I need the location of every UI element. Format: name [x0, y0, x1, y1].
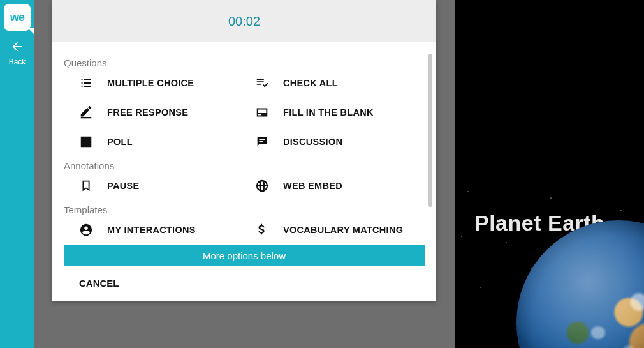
- poll-icon: [79, 135, 93, 149]
- templates-grid: MY INTERACTIONS VOCABULARY MATCHING: [64, 223, 425, 237]
- option-label: FREE RESPONSE: [107, 107, 188, 117]
- cancel-button[interactable]: CANCEL: [79, 278, 119, 289]
- option-label: FILL IN THE BLANK: [283, 107, 374, 117]
- annotations-grid: PAUSE WEB EMBED: [64, 179, 425, 193]
- app-logo-text: we: [10, 11, 24, 24]
- timestamp: 00:02: [228, 14, 260, 29]
- option-label: MULTIPLE CHOICE: [107, 78, 194, 88]
- option-label: VOCABULARY MATCHING: [283, 225, 403, 235]
- dialog-header: 00:02: [52, 0, 436, 42]
- video-preview: Planet Earth: [455, 0, 644, 348]
- option-vocabulary-matching[interactable]: VOCABULARY MATCHING: [255, 223, 425, 237]
- edit-icon: [79, 105, 93, 119]
- option-discussion[interactable]: DISCUSSION: [255, 135, 425, 149]
- chat-icon: [255, 135, 269, 149]
- more-options-label: More options below: [203, 250, 286, 261]
- scrollbar[interactable]: [428, 54, 432, 207]
- option-pause[interactable]: PAUSE: [79, 179, 249, 193]
- logo-corner-decoration: [28, 28, 34, 34]
- option-label: WEB EMBED: [283, 181, 342, 191]
- left-sidebar: we Back: [0, 0, 34, 348]
- person-icon: [79, 223, 93, 237]
- option-fill-blank[interactable]: FILL IN THE BLANK: [255, 105, 425, 119]
- form-icon: [255, 105, 269, 119]
- back-button[interactable]: Back: [9, 40, 26, 66]
- section-label-annotations: Annotations: [64, 160, 425, 171]
- option-label: MY INTERACTIONS: [107, 225, 196, 235]
- option-web-embed[interactable]: WEB EMBED: [255, 179, 425, 193]
- checklist-icon: [255, 76, 269, 90]
- dollar-icon: [255, 223, 269, 237]
- option-label: PAUSE: [107, 181, 139, 191]
- option-label: CHECK ALL: [283, 78, 338, 88]
- bookmark-icon: [79, 179, 93, 193]
- section-label-questions: Questions: [64, 57, 425, 68]
- dialog-footer: CANCEL: [64, 266, 425, 301]
- editor-stage: 00:02 Questions MULTIPLE CHOICE CHECK AL…: [34, 0, 455, 348]
- globe-icon: [255, 179, 269, 193]
- dialog-body: Questions MULTIPLE CHOICE CHECK ALL: [52, 42, 436, 301]
- app-logo: we: [4, 4, 31, 31]
- option-multiple-choice[interactable]: MULTIPLE CHOICE: [79, 76, 249, 90]
- option-label: DISCUSSION: [283, 137, 342, 147]
- section-label-templates: Templates: [64, 204, 425, 215]
- back-label: Back: [9, 57, 26, 66]
- option-my-interactions[interactable]: MY INTERACTIONS: [79, 223, 249, 237]
- option-poll[interactable]: POLL: [79, 135, 249, 149]
- list-icon: [79, 76, 93, 90]
- more-options-button[interactable]: More options below: [64, 245, 425, 266]
- interaction-picker-dialog: 00:02 Questions MULTIPLE CHOICE CHECK AL…: [52, 0, 436, 301]
- questions-grid: MULTIPLE CHOICE CHECK ALL FREE RESPONSE: [64, 76, 425, 149]
- option-check-all[interactable]: CHECK ALL: [255, 76, 425, 90]
- option-free-response[interactable]: FREE RESPONSE: [79, 105, 249, 119]
- option-label: POLL: [107, 137, 133, 147]
- back-arrow-icon: [10, 40, 24, 56]
